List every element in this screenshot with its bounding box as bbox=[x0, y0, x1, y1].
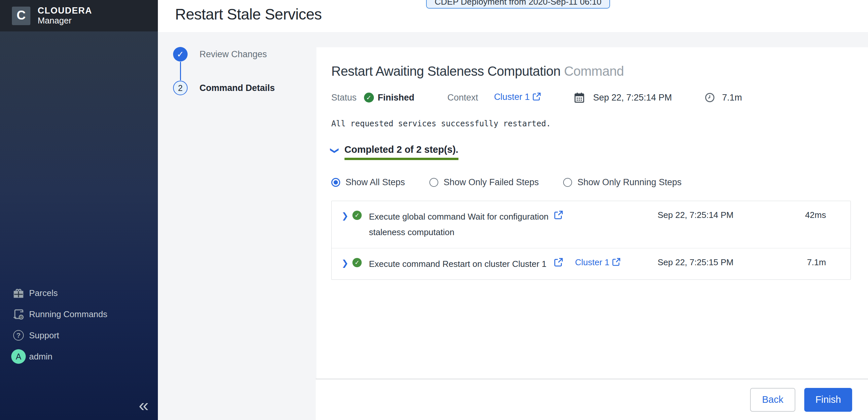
brand-product: Manager bbox=[38, 16, 92, 25]
step-description: Execute global command Wait for configur… bbox=[369, 209, 554, 240]
status-finished-check-icon bbox=[364, 92, 374, 103]
steps-table: ❯ Execute global command Wait for config… bbox=[331, 201, 851, 280]
sidebar-item-label: admin bbox=[29, 352, 53, 362]
step-label: Command Details bbox=[199, 83, 275, 93]
main-area: Restart Stale Services CDEP Deployment f… bbox=[158, 0, 868, 420]
cluster-link[interactable]: Cluster 1 bbox=[494, 92, 530, 102]
radio-show-only-running-steps[interactable]: Show Only Running Steps bbox=[563, 177, 681, 188]
sidebar-item-label: Support bbox=[29, 330, 59, 341]
radio-show-only-failed-steps[interactable]: Show Only Failed Steps bbox=[429, 177, 539, 188]
step-filters: Show All Steps Show Only Failed Steps Sh… bbox=[331, 177, 868, 188]
command-title-main: Restart Awaiting Staleness Computation bbox=[331, 64, 560, 78]
sidebar-item-support[interactable]: ? Support bbox=[0, 325, 158, 346]
brand-name: CLOUDERA bbox=[38, 6, 92, 16]
external-link-icon[interactable] bbox=[532, 92, 541, 103]
sidebar-nav: Parcels Running Commands ? Support bbox=[0, 282, 158, 367]
step-review-changes[interactable]: Review Changes bbox=[173, 47, 315, 62]
step-command-details[interactable]: 2 Command Details bbox=[173, 80, 315, 95]
logo-letter: C bbox=[17, 8, 25, 23]
calendar-icon bbox=[574, 92, 585, 103]
expand-chevron-icon[interactable]: ❯ bbox=[342, 211, 348, 221]
step-start-time: Sep 22, 7:25:14 PM bbox=[658, 210, 767, 220]
status-value: Finished bbox=[378, 92, 414, 103]
command-title: Restart Awaiting Staleness Computation C… bbox=[331, 64, 868, 79]
sidebar-item-admin[interactable]: A admin bbox=[0, 346, 158, 367]
support-icon: ? bbox=[11, 328, 26, 343]
cluster-link[interactable]: Cluster 1 bbox=[575, 257, 609, 267]
step-description: Execute command Restart on cluster Clust… bbox=[369, 256, 554, 272]
sidebar: C CLOUDERA Manager Parcels bbox=[0, 0, 158, 420]
wizard-stepper: Review Changes 2 Command Details bbox=[173, 47, 315, 95]
command-result-message: All requested services successfully rest… bbox=[331, 119, 868, 128]
chevron-down-icon[interactable]: ❯ bbox=[330, 147, 340, 155]
cloudera-logo-icon[interactable]: C bbox=[12, 7, 30, 25]
command-title-suffix: Command bbox=[564, 64, 624, 78]
radio-label: Show Only Failed Steps bbox=[443, 177, 539, 188]
command-duration: 7.1m bbox=[722, 92, 742, 103]
sidebar-item-running-commands[interactable]: Running Commands bbox=[0, 304, 158, 325]
deployment-badge: CDEP Deployment from 2020-Sep-11 06:10 bbox=[426, 0, 610, 8]
wizard-footer: Back Finish bbox=[316, 379, 868, 420]
radio-selected-icon[interactable] bbox=[331, 178, 340, 187]
context-link[interactable]: Cluster 1 bbox=[494, 92, 541, 103]
step-success-check-icon bbox=[352, 258, 362, 267]
radio-icon[interactable] bbox=[563, 178, 572, 187]
brand-header: C CLOUDERA Manager bbox=[0, 0, 158, 31]
sidebar-item-label: Running Commands bbox=[29, 309, 107, 319]
page-title: Restart Stale Services bbox=[175, 5, 322, 23]
running-commands-icon bbox=[11, 307, 26, 321]
parcels-icon bbox=[11, 286, 26, 300]
progress-summary-link[interactable]: Completed 2 of 2 step(s). bbox=[344, 144, 459, 160]
step-number-badge: 2 bbox=[173, 81, 188, 95]
command-details-card: Restart Awaiting Staleness Computation C… bbox=[316, 47, 868, 379]
step-context-link[interactable]: Cluster 1 bbox=[575, 257, 658, 269]
external-link-icon[interactable] bbox=[554, 210, 575, 221]
radio-show-all-steps[interactable]: Show All Steps bbox=[331, 177, 405, 188]
page-header: Restart Stale Services CDEP Deployment f… bbox=[158, 0, 868, 32]
back-button[interactable]: Back bbox=[750, 388, 795, 412]
sidebar-item-label: Parcels bbox=[29, 288, 58, 298]
command-status-row: Status Finished Context Cluster 1 Sep 22… bbox=[331, 92, 868, 103]
clock-icon bbox=[705, 92, 715, 103]
step-complete-check-icon bbox=[173, 47, 188, 61]
user-avatar: A bbox=[11, 349, 26, 364]
step-row-2: ❯ Execute command Restart on cluster Clu… bbox=[332, 248, 850, 280]
step-row-1: ❯ Execute global command Wait for config… bbox=[332, 201, 850, 248]
content-background: Review Changes 2 Command Details Restart… bbox=[158, 32, 868, 379]
expand-chevron-icon[interactable]: ❯ bbox=[342, 258, 348, 268]
brand-text: CLOUDERA Manager bbox=[38, 6, 92, 25]
context-label: Context bbox=[447, 92, 478, 103]
finish-button[interactable]: Finish bbox=[804, 388, 852, 412]
step-success-check-icon bbox=[352, 211, 362, 220]
step-duration: 7.1m bbox=[767, 257, 826, 268]
step-label: Review Changes bbox=[199, 49, 267, 59]
sidebar-item-parcels[interactable]: Parcels bbox=[0, 282, 158, 304]
external-link-icon[interactable] bbox=[612, 258, 621, 269]
external-link-icon[interactable] bbox=[554, 258, 575, 268]
step-duration: 42ms bbox=[767, 210, 826, 220]
radio-label: Show Only Running Steps bbox=[577, 177, 681, 188]
command-start-time: Sep 22, 7:25:14 PM bbox=[593, 92, 672, 103]
avatar-letter: A bbox=[11, 349, 26, 364]
step-start-time: Sep 22, 7:25:15 PM bbox=[658, 257, 767, 268]
step-connector bbox=[180, 62, 181, 80]
progress-summary-row: ❯ Completed 2 of 2 step(s). bbox=[331, 144, 868, 160]
radio-label: Show All Steps bbox=[345, 177, 405, 188]
radio-icon[interactable] bbox=[429, 178, 438, 187]
status-label: Status bbox=[331, 92, 357, 103]
sidebar-collapse-icon[interactable]: « bbox=[139, 396, 149, 414]
